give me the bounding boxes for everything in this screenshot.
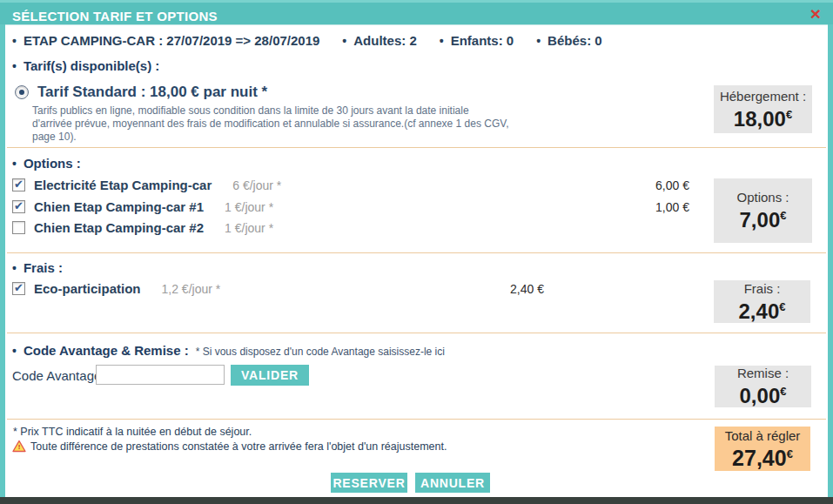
frais-summary-amount: 2,40€ bbox=[739, 296, 786, 323]
section-title-code-avantage: • Code Avantage & Remise : * Si vous dis… bbox=[12, 343, 445, 358]
reserver-button[interactable]: RESERVER bbox=[331, 473, 407, 493]
chien1-checkbox[interactable] bbox=[12, 200, 25, 213]
section-divider bbox=[7, 419, 826, 420]
tariff-options-dialog: SÉLECTION TARIF ET OPTIONS × • ETAP CAMP… bbox=[0, 0, 833, 504]
frais-summary-label: Frais : bbox=[744, 281, 781, 296]
tarif-standard-radio[interactable] bbox=[15, 85, 29, 99]
hebergement-amount: 18,00€ bbox=[734, 104, 792, 131]
remise-summary-amount: 0,00€ bbox=[740, 380, 787, 407]
electricite-amount: 6,00 € bbox=[609, 178, 689, 192]
section-divider bbox=[7, 252, 826, 253]
chien1-amount: 1,00 € bbox=[609, 200, 689, 214]
close-icon[interactable]: × bbox=[806, 4, 825, 24]
options-summary-box: Options : 7,00€ bbox=[714, 178, 812, 243]
code-avantage-input[interactable] bbox=[96, 365, 225, 385]
total-label: Total à régler bbox=[725, 428, 801, 443]
bullet-icon: • bbox=[536, 34, 541, 48]
svg-text:!: ! bbox=[18, 444, 21, 452]
hebergement-label: Hébergement : bbox=[720, 89, 806, 104]
code-avantage-field-label: Code Avantage bbox=[12, 366, 101, 386]
chien2-label: Chien Etap Camping-car #2 bbox=[34, 220, 204, 235]
dialog-title: SÉLECTION TARIF ET OPTIONS bbox=[12, 9, 218, 24]
section-title-options: • Options : bbox=[12, 156, 81, 171]
option-row-electricite: Electricité Etap Camping-car 6 €/jour * bbox=[12, 178, 281, 192]
chien2-rate: 1 €/jour * bbox=[225, 221, 273, 235]
chien1-label: Chien Etap Camping-car #1 bbox=[34, 199, 204, 214]
warning-row: ! Toute différence de prestations consta… bbox=[12, 440, 447, 453]
bullet-icon: • bbox=[440, 34, 444, 48]
bullet-icon: • bbox=[12, 59, 17, 73]
bullet-icon: • bbox=[12, 157, 17, 171]
options-summary-label: Options : bbox=[736, 190, 789, 205]
adults-count-text: Adultes: 2 bbox=[353, 33, 417, 48]
booking-dates-text: ETAP CAMPING-CAR : 27/07/2019 => 28/07/2… bbox=[24, 33, 319, 48]
electricite-label: Electricité Etap Camping-car bbox=[34, 178, 212, 192]
section-title-tarifs: • Tarif(s) disponible(s) : bbox=[12, 58, 159, 73]
code-avantage-note: * Si vous disposez d'un code Avantage sa… bbox=[196, 346, 445, 358]
babies-count: • Bébés: 0 bbox=[536, 33, 601, 48]
tarif-standard-label: Tarif Standard : 18,00 € par nuit * bbox=[37, 84, 267, 101]
bullet-icon: • bbox=[12, 34, 17, 48]
frais-summary-box: Frais : 2,40€ bbox=[714, 280, 810, 323]
eco-participation-label: Eco-participation bbox=[34, 281, 141, 296]
annuler-button[interactable]: ANNULER bbox=[415, 473, 490, 493]
eco-participation-checkbox[interactable] bbox=[12, 282, 25, 295]
section-title-options-text: Options : bbox=[24, 156, 81, 171]
options-summary-amount: 7,00€ bbox=[740, 205, 787, 232]
eco-participation-amount: 2,40 € bbox=[464, 282, 544, 296]
bullet-icon: • bbox=[12, 344, 17, 358]
babies-count-text: Bébés: 0 bbox=[547, 33, 602, 48]
page-background-strip bbox=[0, 497, 833, 504]
chien1-rate: 1 €/jour * bbox=[225, 200, 273, 214]
section-title-frais-text: Frais : bbox=[24, 260, 63, 275]
valider-button[interactable]: VALIDER bbox=[231, 365, 309, 386]
option-row-chien2: Chien Etap Camping-car #2 1 €/jour * bbox=[12, 220, 273, 235]
warning-icon: ! bbox=[12, 440, 26, 453]
adults-count: • Adultes: 2 bbox=[342, 33, 416, 48]
section-divider bbox=[7, 147, 826, 148]
chien2-checkbox[interactable] bbox=[12, 221, 25, 234]
option-row-chien1: Chien Etap Camping-car #1 1 €/jour * bbox=[12, 199, 273, 214]
hebergement-summary-box: Hébergement : 18,00€ bbox=[714, 85, 812, 133]
tarif-description: Tarifs publics en ligne, modifiable sous… bbox=[32, 104, 509, 144]
booking-dates: • ETAP CAMPING-CAR : 27/07/2019 => 28/07… bbox=[12, 33, 319, 48]
remise-summary-box: Remise : 0,00€ bbox=[715, 366, 811, 407]
tarif-standard-option: Tarif Standard : 18,00 € par nuit * bbox=[15, 84, 267, 101]
dialog-titlebar: SÉLECTION TARIF ET OPTIONS × bbox=[0, 0, 833, 24]
section-title-tarifs-text: Tarif(s) disponible(s) : bbox=[24, 58, 159, 73]
children-count: • Enfants: 0 bbox=[440, 33, 514, 48]
electricite-rate: 6 €/jour * bbox=[232, 178, 281, 192]
bullet-icon: • bbox=[12, 261, 17, 275]
frais-row-eco: Eco-participation 1,2 €/jour * bbox=[12, 281, 220, 296]
booking-info-line: • ETAP CAMPING-CAR : 27/07/2019 => 28/07… bbox=[12, 33, 602, 48]
bullet-icon: • bbox=[342, 34, 346, 48]
children-count-text: Enfants: 0 bbox=[451, 33, 514, 48]
total-amount: 27,40€ bbox=[732, 443, 793, 469]
section-title-code-avantage-text: Code Avantage & Remise : bbox=[24, 343, 189, 358]
total-box: Total à régler 27,40€ bbox=[715, 427, 810, 471]
electricite-checkbox[interactable] bbox=[12, 178, 25, 192]
price-note: * Prix TTC indicatif à la nuitée en débu… bbox=[13, 426, 252, 438]
remise-summary-label: Remise : bbox=[737, 366, 789, 380]
section-title-frais: • Frais : bbox=[12, 260, 63, 275]
section-divider bbox=[7, 333, 826, 333]
warning-text: Toute différence de prestations constaté… bbox=[30, 440, 447, 453]
eco-participation-rate: 1,2 €/jour * bbox=[162, 282, 221, 296]
